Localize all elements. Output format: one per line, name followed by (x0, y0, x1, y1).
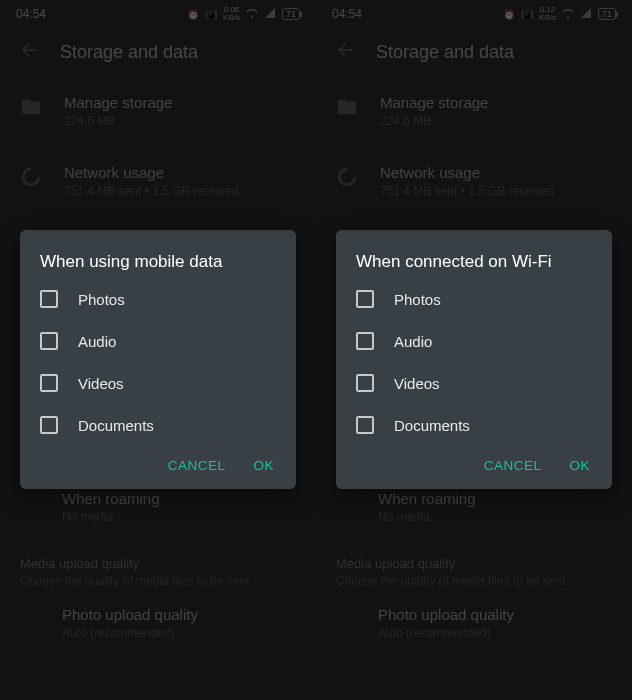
data-usage-icon (20, 166, 42, 188)
checkbox-icon[interactable] (356, 416, 374, 434)
wifi-icon (562, 7, 574, 21)
row-title: Manage storage (380, 94, 612, 111)
status-bar: 04:54 ⏰ 📳 0.12KB/s 71 (316, 0, 632, 28)
dialog-actions: CANCEL OK (20, 446, 296, 481)
folder-icon (20, 96, 42, 118)
alarm-icon: ⏰ (187, 9, 199, 20)
folder-icon (336, 96, 358, 118)
option-audio[interactable]: Audio (336, 320, 612, 362)
row-subtitle: 224.6 MB (380, 114, 612, 128)
battery-icon: 71 (598, 8, 616, 20)
back-icon[interactable] (334, 39, 356, 65)
row-text: Network usage 751.4 MB sent • 1.5 GB rec… (64, 164, 296, 198)
dialog-mobile-data: When using mobile data Photos Audio Vide… (20, 230, 296, 489)
row-title: Photo upload quality (62, 606, 296, 623)
cancel-button[interactable]: CANCEL (484, 458, 542, 473)
section-title: Media upload quality (20, 556, 296, 571)
row-text: Manage storage 224.6 MB (64, 94, 296, 128)
row-network-usage[interactable]: Network usage 751.4 MB sent • 1.5 GB rec… (0, 146, 316, 216)
dialog-title: When connected on Wi-Fi (336, 252, 612, 278)
checkbox-icon[interactable] (40, 416, 58, 434)
option-photos[interactable]: Photos (336, 278, 612, 320)
status-time: 04:54 (332, 7, 362, 21)
dialog-title: When using mobile data (20, 252, 296, 278)
option-label: Audio (394, 333, 432, 350)
row-subtitle: 751.4 MB sent • 1.5 GB received (380, 184, 612, 198)
ok-button[interactable]: OK (569, 458, 590, 473)
option-audio[interactable]: Audio (20, 320, 296, 362)
battery-icon: 71 (282, 8, 300, 20)
row-title: When roaming (62, 490, 296, 507)
dialog-wifi: When connected on Wi-Fi Photos Audio Vid… (336, 230, 612, 489)
row-manage-storage[interactable]: Manage storage 224.6 MB (0, 76, 316, 146)
pane-wifi: 04:54 ⏰ 📳 0.12KB/s 71 Storage and data (316, 0, 632, 700)
row-subtitle: No media (62, 510, 296, 524)
status-icons: ⏰ 📳 0.06KB/s 71 (187, 6, 300, 22)
row-photo-quality[interactable]: Photo upload quality Auto (recommended) (0, 592, 316, 654)
option-videos[interactable]: Videos (20, 362, 296, 404)
option-documents[interactable]: Documents (336, 404, 612, 446)
app-bar-title: Storage and data (376, 42, 514, 63)
row-title: Manage storage (64, 94, 296, 111)
row-title: Network usage (380, 164, 612, 181)
alarm-icon: ⏰ (503, 9, 515, 20)
row-text: Network usage 751.4 MB sent • 1.5 GB rec… (380, 164, 612, 198)
status-icons: ⏰ 📳 0.12KB/s 71 (503, 6, 616, 22)
checkbox-icon[interactable] (356, 290, 374, 308)
signal-icon (264, 7, 276, 21)
section-media-quality: Media upload quality Choose the quality … (316, 538, 632, 592)
option-label: Photos (78, 291, 125, 308)
wifi-icon (246, 7, 258, 21)
row-title: Photo upload quality (378, 606, 612, 623)
data-usage-icon (336, 166, 358, 188)
option-label: Audio (78, 333, 116, 350)
row-title: Network usage (64, 164, 296, 181)
row-photo-quality[interactable]: Photo upload quality Auto (recommended) (316, 592, 632, 654)
option-label: Documents (78, 417, 154, 434)
section-title: Media upload quality (336, 556, 612, 571)
status-bar: 04:54 ⏰ 📳 0.06KB/s 71 (0, 0, 316, 28)
section-media-quality: Media upload quality Choose the quality … (0, 538, 316, 592)
row-subtitle: 224.6 MB (64, 114, 296, 128)
checkbox-icon[interactable] (40, 290, 58, 308)
row-manage-storage[interactable]: Manage storage 224.6 MB (316, 76, 632, 146)
row-subtitle: Auto (recommended) (378, 626, 612, 640)
checkbox-icon[interactable] (356, 374, 374, 392)
option-label: Videos (78, 375, 124, 392)
signal-icon (580, 7, 592, 21)
row-subtitle: Auto (recommended) (62, 626, 296, 640)
app-bar-title: Storage and data (60, 42, 198, 63)
pane-mobile-data: 04:54 ⏰ 📳 0.06KB/s 71 Storage and data (0, 0, 316, 700)
option-label: Documents (394, 417, 470, 434)
vibrate-icon: 📳 (205, 9, 217, 20)
vibrate-icon: 📳 (521, 9, 533, 20)
row-text: Manage storage 224.6 MB (380, 94, 612, 128)
option-documents[interactable]: Documents (20, 404, 296, 446)
app-bar: Storage and data (316, 28, 632, 76)
section-subtitle: Choose the quality of media files to be … (336, 574, 612, 588)
ok-button[interactable]: OK (253, 458, 274, 473)
checkbox-icon[interactable] (40, 374, 58, 392)
app-bar: Storage and data (0, 28, 316, 76)
row-subtitle: 751.4 MB sent • 1.5 GB received (64, 184, 296, 198)
section-subtitle: Choose the quality of media files to be … (20, 574, 296, 588)
option-label: Videos (394, 375, 440, 392)
option-label: Photos (394, 291, 441, 308)
dialog-actions: CANCEL OK (336, 446, 612, 481)
row-title: When roaming (378, 490, 612, 507)
status-time: 04:54 (16, 7, 46, 21)
checkbox-icon[interactable] (356, 332, 374, 350)
row-subtitle: No media (378, 510, 612, 524)
option-photos[interactable]: Photos (20, 278, 296, 320)
net-speed: 0.06KB/s (223, 6, 240, 22)
checkbox-icon[interactable] (40, 332, 58, 350)
cancel-button[interactable]: CANCEL (168, 458, 226, 473)
net-speed: 0.12KB/s (539, 6, 556, 22)
back-icon[interactable] (18, 39, 40, 65)
row-network-usage[interactable]: Network usage 751.4 MB sent • 1.5 GB rec… (316, 146, 632, 216)
option-videos[interactable]: Videos (336, 362, 612, 404)
